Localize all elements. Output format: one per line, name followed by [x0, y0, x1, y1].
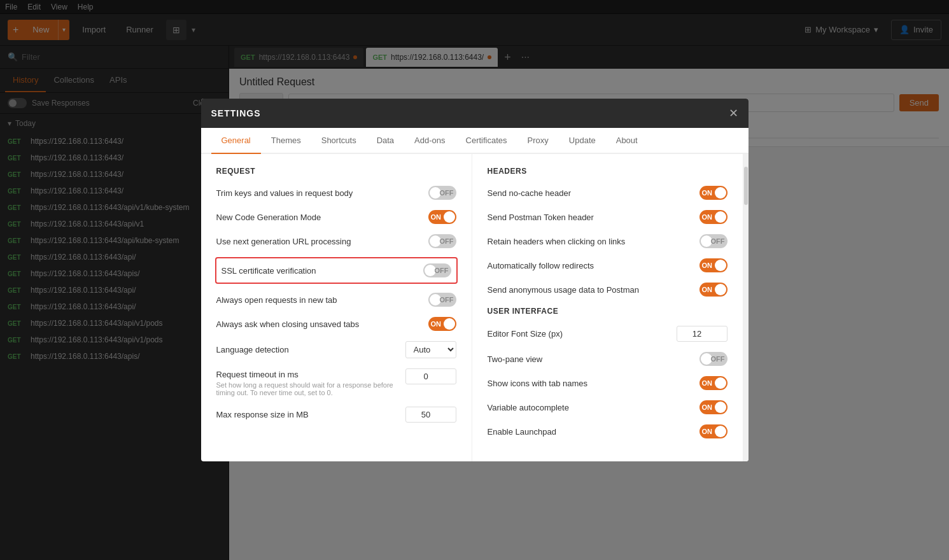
toggle-two-pane[interactable]: OFF: [699, 352, 728, 366]
settings-modal: SETTINGS ✕ General Themes Shortcuts Data…: [201, 99, 749, 461]
toggle-knob: [715, 284, 726, 295]
toggle-knob: [444, 211, 455, 223]
setting-label: Automatically follow redirects: [488, 261, 689, 270]
toggle-launchpad[interactable]: ON: [699, 424, 728, 438]
toggle-code-gen[interactable]: ON: [428, 210, 456, 224]
setting-label: Trim keys and values in request body: [216, 188, 418, 198]
max-response-input[interactable]: [405, 407, 456, 423]
language-select[interactable]: Auto JSON XML: [405, 341, 456, 358]
setting-label: Always ask when closing unsaved tabs: [216, 319, 418, 329]
setting-label: Editor Font Size (px): [488, 329, 666, 339]
toggle-text-on: ON: [702, 189, 713, 197]
modal-tab-shortcuts[interactable]: Shortcuts: [311, 128, 367, 154]
setting-next-gen-url: Use next generation URL processing OFF: [216, 234, 456, 248]
setting-label: Send Postman Token header: [488, 213, 689, 222]
modal-tab-certificates[interactable]: Certificates: [456, 128, 517, 154]
setting-retain-headers: Retain headers when clicking on links OF…: [488, 234, 728, 248]
toggle-knob: [715, 377, 726, 389]
request-section-title: REQUEST: [216, 167, 456, 176]
setting-label: Request timeout in ms: [216, 370, 299, 379]
toggle-text-on: ON: [702, 213, 713, 221]
settings-modal-overlay[interactable]: SETTINGS ✕ General Themes Shortcuts Data…: [0, 0, 949, 560]
timeout-sublabel: Set how long a request should wait for a…: [216, 381, 395, 396]
modal-tab-data[interactable]: Data: [367, 128, 404, 154]
toggle-show-icons[interactable]: ON: [699, 376, 728, 390]
timeout-input[interactable]: [405, 368, 456, 384]
toggle-text-off: OFF: [711, 355, 725, 363]
setting-label: Always open requests in new tab: [216, 295, 418, 305]
toggle-knob: [715, 426, 726, 437]
toggle-postman-token[interactable]: ON: [699, 210, 728, 224]
toggle-ssl-cert[interactable]: OFF: [423, 263, 451, 277]
toggle-no-cache[interactable]: ON: [699, 186, 728, 200]
setting-label: SSL certificate verification: [221, 266, 413, 276]
toggle-text-on: ON: [702, 428, 713, 435]
settings-right-col: HEADERS Send no-cache header ON Send Pos…: [472, 154, 743, 461]
modal-tab-update[interactable]: Update: [559, 128, 606, 154]
toggle-autocomplete[interactable]: ON: [699, 400, 728, 414]
toggle-wrapper: ON: [699, 283, 728, 297]
setting-anon-data: Send anonymous usage data to Postman ON: [488, 283, 728, 297]
toggle-knob: [715, 211, 726, 223]
setting-label: Show icons with tab names: [488, 379, 689, 388]
modal-header: SETTINGS ✕: [201, 99, 749, 128]
toggle-wrapper: ON: [428, 317, 456, 331]
scrollbar-thumb[interactable]: [744, 167, 748, 205]
toggle-text-on: ON: [702, 262, 713, 269]
headers-section-title: HEADERS: [488, 167, 728, 176]
toggle-wrapper: ON: [699, 400, 728, 414]
toggle-text-on: ON: [702, 403, 713, 411]
setting-close-unsaved: Always ask when closing unsaved tabs ON: [216, 317, 456, 331]
setting-label: Retain headers when clicking on links: [488, 237, 689, 246]
modal-tab-about[interactable]: About: [606, 128, 648, 154]
toggle-text-on: ON: [702, 379, 713, 387]
modal-body: REQUEST Trim keys and values in request …: [201, 154, 749, 461]
modal-tab-themes[interactable]: Themes: [261, 128, 311, 154]
toggle-knob: [715, 260, 726, 271]
setting-code-gen: New Code Generation Mode ON: [216, 210, 456, 224]
modal-tab-proxy[interactable]: Proxy: [517, 128, 559, 154]
toggle-wrapper: OFF: [428, 293, 456, 307]
toggle-next-gen-url[interactable]: OFF: [428, 234, 456, 248]
toggle-retain-headers[interactable]: OFF: [699, 234, 728, 248]
setting-no-cache: Send no-cache header ON: [488, 186, 728, 200]
setting-label: Max response size in MB: [216, 410, 395, 419]
toggle-anon-data[interactable]: ON: [699, 283, 728, 297]
toggle-text-off: OFF: [440, 237, 454, 245]
toggle-follow-redirects[interactable]: ON: [699, 258, 728, 272]
modal-close-button[interactable]: ✕: [729, 106, 738, 120]
toggle-wrapper: OFF: [428, 234, 456, 248]
modal-tabs: General Themes Shortcuts Data Add-ons Ce…: [201, 128, 749, 154]
setting-label: New Code Generation Mode: [216, 213, 418, 222]
modal-tab-general[interactable]: General: [211, 128, 261, 154]
modal-tab-addons[interactable]: Add-ons: [404, 128, 455, 154]
setting-language: Language detection Auto JSON XML: [216, 341, 456, 358]
toggle-wrapper: OFF: [428, 186, 456, 200]
toggle-wrapper: ON: [699, 210, 728, 224]
toggle-text-off: OFF: [711, 237, 725, 245]
toggle-knob: [715, 402, 726, 413]
setting-ssl-cert: SSL certificate verification OFF: [215, 257, 458, 284]
toggle-new-tab[interactable]: OFF: [428, 293, 456, 307]
toggle-text-on: ON: [431, 320, 442, 328]
toggle-trim-keys[interactable]: OFF: [428, 186, 456, 200]
toggle-text-on: ON: [702, 286, 713, 293]
setting-trim-keys: Trim keys and values in request body OFF: [216, 186, 456, 200]
modal-title: SETTINGS: [211, 108, 261, 118]
toggle-knob: [444, 318, 455, 330]
modal-scrollbar[interactable]: [743, 154, 749, 461]
toggle-wrapper: ON: [699, 424, 728, 438]
toggle-knob: [715, 187, 726, 199]
setting-label: Variable autocomplete: [488, 403, 689, 412]
setting-postman-token: Send Postman Token header ON: [488, 210, 728, 224]
timeout-label-group: Request timeout in ms Set how long a req…: [216, 368, 395, 396]
toggle-wrapper: OFF: [699, 352, 728, 366]
setting-follow-redirects: Automatically follow redirects ON: [488, 258, 728, 272]
setting-autocomplete: Variable autocomplete ON: [488, 400, 728, 414]
toggle-wrapper: ON: [428, 210, 456, 224]
setting-label: Send no-cache header: [488, 188, 689, 198]
font-size-input[interactable]: [677, 326, 728, 342]
setting-two-pane: Two-pane view OFF: [488, 352, 728, 366]
toggle-close-unsaved[interactable]: ON: [428, 317, 456, 331]
toggle-text-on: ON: [431, 213, 442, 221]
